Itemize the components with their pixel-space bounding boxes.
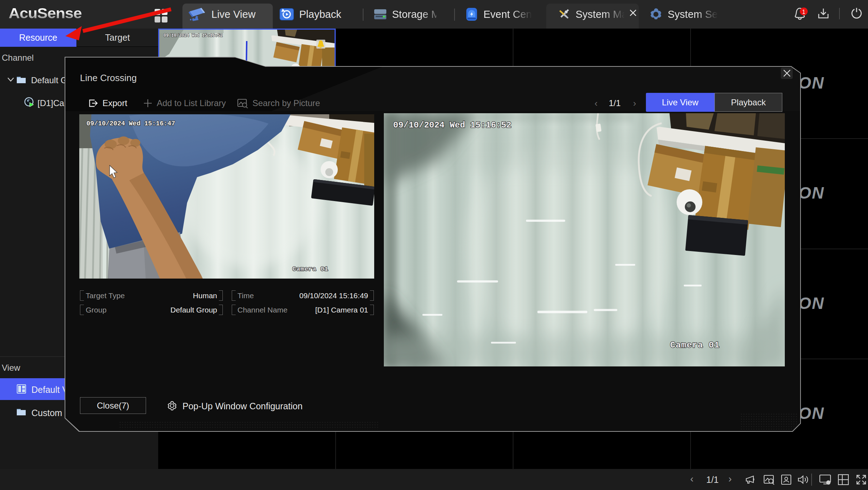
svg-text:09/10/2024 Wed 15:16:47: 09/10/2024 Wed 15:16:47 bbox=[86, 120, 175, 127]
svg-text:1: 1 bbox=[802, 9, 806, 15]
svg-text:Camera 01: Camera 01 bbox=[670, 340, 720, 350]
svg-text:09/10/2024 Wed 15:16:52: 09/10/2024 Wed 15:16:52 bbox=[393, 120, 511, 130]
svg-text:Camera 01: Camera 01 bbox=[292, 266, 328, 272]
